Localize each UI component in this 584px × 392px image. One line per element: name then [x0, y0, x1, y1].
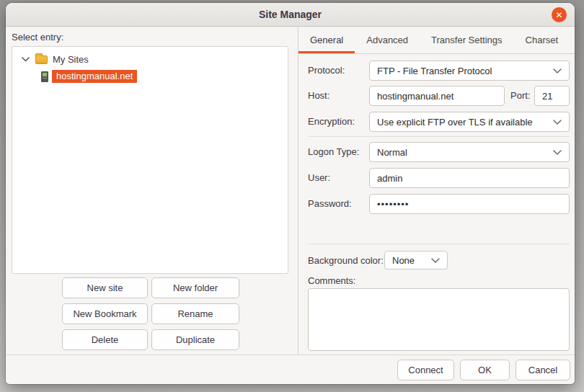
rename-button[interactable]: Rename	[151, 303, 239, 324]
encryption-value: Use explicit FTP over TLS if available	[377, 117, 533, 128]
duplicate-label: Duplicate	[176, 334, 215, 345]
cancel-label: Cancel	[528, 365, 557, 375]
new-bookmark-button[interactable]: New Bookmark	[62, 303, 148, 324]
server-icon	[41, 71, 48, 82]
host-input[interactable]	[369, 86, 505, 106]
tab-charset[interactable]: Charset	[514, 27, 570, 53]
encryption-label: Encryption:	[308, 116, 355, 127]
chevron-down-icon	[431, 258, 440, 263]
tree-item-label: My Sites	[53, 54, 89, 65]
comments-label: Comments:	[308, 275, 355, 286]
user-input[interactable]	[369, 168, 570, 188]
tab-general[interactable]: General	[298, 27, 355, 53]
background-color-label: Background color:	[308, 255, 384, 266]
chevron-down-icon	[553, 68, 562, 74]
background-color-dropdown[interactable]: None	[384, 251, 448, 270]
tab-advanced[interactable]: Advanced	[355, 27, 420, 53]
host-label: Host:	[308, 90, 329, 101]
cancel-button[interactable]: Cancel	[516, 360, 570, 380]
folder-icon	[35, 55, 48, 64]
new-folder-button[interactable]: New folder	[151, 277, 239, 298]
new-bookmark-label: New Bookmark	[73, 308, 136, 319]
protocol-value: FTP - File Transfer Protocol	[377, 66, 492, 76]
encryption-dropdown[interactable]: Use explicit FTP over TLS if available	[369, 112, 570, 132]
new-folder-label: New folder	[173, 282, 218, 293]
tab-transfer-settings[interactable]: Transfer Settings	[420, 27, 514, 53]
delete-button[interactable]: Delete	[62, 329, 148, 350]
user-label: User:	[308, 172, 330, 183]
ok-label: OK	[478, 365, 492, 375]
delete-label: Delete	[92, 334, 119, 345]
tree-item-site[interactable]: hostingmanual.net	[41, 68, 288, 84]
chevron-down-icon	[553, 120, 562, 125]
panel-separator	[298, 27, 298, 355]
title-bar[interactable]: Site Manager ✕	[6, 3, 575, 27]
site-manager-dialog: Site Manager ✕ Select entry: My Sites ho…	[6, 3, 575, 384]
site-tree[interactable]: My Sites hostingmanual.net	[12, 46, 288, 274]
new-site-label: New site	[87, 282, 123, 293]
logon-type-dropdown[interactable]: Normal	[369, 142, 570, 162]
background-color-value: None	[392, 255, 415, 266]
duplicate-button[interactable]: Duplicate	[151, 329, 239, 350]
password-label: Password:	[308, 198, 352, 209]
ok-button[interactable]: OK	[460, 360, 510, 380]
dimmed-background: Site Manager ✕ Select entry: My Sites ho…	[0, 0, 584, 392]
new-site-button[interactable]: New site	[62, 277, 148, 298]
protocol-label: Protocol:	[308, 65, 345, 76]
logon-type-label: Logon Type:	[308, 146, 359, 157]
logon-type-value: Normal	[377, 147, 407, 158]
chevron-down-icon[interactable]	[19, 53, 31, 65]
select-entry-label: Select entry:	[12, 32, 63, 43]
comments-textarea[interactable]	[308, 288, 570, 351]
close-button[interactable]: ✕	[552, 7, 567, 22]
connect-button[interactable]: Connect	[397, 360, 454, 380]
port-input[interactable]	[534, 86, 570, 106]
protocol-dropdown[interactable]: FTP - File Transfer Protocol	[369, 61, 570, 81]
port-label: Port:	[510, 90, 530, 101]
dialog-title: Site Manager	[259, 9, 322, 20]
connect-label: Connect	[408, 365, 443, 375]
password-input[interactable]	[369, 194, 570, 214]
rename-label: Rename	[177, 308, 213, 319]
tree-item-my-sites[interactable]: My Sites	[19, 51, 288, 67]
close-icon: ✕	[555, 11, 562, 19]
footer-divider	[6, 355, 575, 355]
selected-site-label[interactable]: hostingmanual.net	[52, 70, 137, 83]
tab-bar: General Advanced Transfer Settings Chars…	[298, 27, 575, 54]
section-divider	[308, 244, 570, 244]
section-divider	[308, 136, 570, 137]
chevron-down-icon	[553, 150, 562, 155]
